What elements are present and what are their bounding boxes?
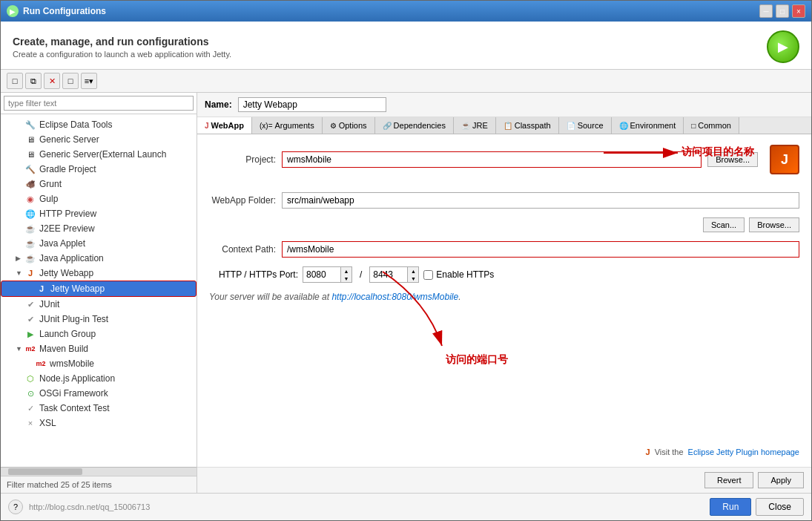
jetty-logo: J — [770, 145, 799, 174]
webapp-browse-button[interactable]: Browse... — [749, 217, 799, 232]
sidebar-item-osgi[interactable]: ⊙ OSGi Framework — [1, 386, 197, 401]
item-icon: ✔ — [24, 298, 36, 310]
tab-options-icon: ⚙ — [330, 122, 337, 130]
webapp-folder-input[interactable] — [282, 192, 799, 209]
item-icon: m2 — [35, 358, 47, 370]
item-label: Launch Group — [39, 329, 96, 339]
https-port-input[interactable] — [370, 267, 407, 282]
scan-button[interactable]: Scan... — [703, 217, 745, 232]
tab-arguments[interactable]: (x)= Arguments — [252, 117, 323, 134]
item-icon: × — [24, 417, 36, 429]
tab-options[interactable]: ⚙ Options — [323, 117, 375, 134]
sidebar-item-eclipse-data-tools[interactable]: 🔧 Eclipse Data Tools — [1, 117, 197, 132]
project-label: Project: — [209, 154, 276, 165]
tab-dependencies[interactable]: 🔗 Dependencies — [375, 117, 454, 134]
item-label: Maven Build — [39, 344, 88, 354]
item-label: Grunt — [39, 179, 62, 189]
context-path-row: Context Path: — [209, 241, 799, 258]
sidebar-item-java-application[interactable]: ▶ ☕ Java Application — [1, 251, 197, 266]
http-port-input[interactable] — [303, 267, 340, 282]
sidebar-item-jetty-webapp-parent[interactable]: ▼ J Jetty Webapp — [1, 266, 197, 281]
header-title: Create, manage, and run configurations — [13, 36, 231, 47]
http-port-up[interactable]: ▲ — [341, 267, 351, 275]
sidebar-item-grunt[interactable]: 🐗 Grunt — [1, 177, 197, 191]
tab-webapp-icon: J — [205, 122, 209, 130]
tab-webapp-label: WebApp — [211, 121, 244, 130]
tab-jre-label: JRE — [472, 121, 488, 130]
tab-environment[interactable]: 🌐 Environment — [612, 117, 684, 134]
filter-input[interactable] — [4, 96, 194, 111]
item-icon: 🔨 — [24, 163, 36, 175]
tab-environment-label: Environment — [630, 121, 676, 130]
more-button[interactable]: ≡▾ — [81, 73, 97, 89]
url-text: http://blog.csdn.net/qq_15006713 — [29, 502, 150, 511]
item-label: Gulp — [39, 194, 58, 204]
tab-classpath-label: Classpath — [515, 121, 551, 130]
server-url-link[interactable]: http://localhost:8080/wmsMobile — [331, 292, 458, 302]
sidebar-item-xsl[interactable]: × XSL — [1, 416, 197, 430]
http-port-wrap: ▲ ▼ — [303, 266, 352, 283]
apply-button[interactable]: Apply — [758, 472, 804, 488]
sidebar-item-java-applet[interactable]: ☕ Java Applet — [1, 236, 197, 251]
help-button[interactable]: ? — [8, 499, 23, 514]
tab-jre-icon: ☕ — [461, 122, 470, 130]
sidebar-item-junit[interactable]: ✔ JUnit — [1, 297, 197, 312]
new-button[interactable]: □ — [7, 73, 23, 89]
tab-common[interactable]: □ Common — [684, 117, 739, 134]
delete-button[interactable]: ✕ — [44, 73, 60, 89]
duplicate-button[interactable]: ⧉ — [25, 73, 42, 89]
https-port-down[interactable]: ▼ — [408, 275, 418, 282]
item-icon: ⬡ — [24, 373, 36, 384]
context-path-input[interactable] — [282, 241, 799, 258]
tab-webapp[interactable]: J WebApp — [197, 117, 252, 134]
revert-button[interactable]: Revert — [704, 472, 753, 488]
close-button[interactable]: Close — [756, 498, 804, 516]
item-icon: 🌐 — [24, 208, 36, 220]
item-label: HTTP Preview — [39, 209, 96, 219]
sidebar-item-junit-plugin[interactable]: ✔ JUnit Plug-in Test — [1, 312, 197, 327]
item-label: Java Applet — [39, 238, 85, 249]
sidebar-item-gradle[interactable]: 🔨 Gradle Project — [1, 162, 197, 177]
enable-https-label[interactable]: Enable HTTPs — [423, 269, 494, 280]
sidebar-item-jetty-webapp[interactable]: J Jetty Webapp — [1, 281, 197, 297]
sidebar-item-generic-server[interactable]: 🖥 Generic Server — [1, 132, 197, 147]
tab-dependencies-label: Dependencies — [394, 121, 446, 130]
context-path-label: Context Path: — [209, 244, 276, 255]
jetty-visit-icon: J — [646, 448, 650, 456]
right-panel: Name: J WebApp (x)= Arguments ⚙ Options — [197, 93, 811, 493]
item-label: Generic Server(External Launch — [39, 149, 166, 160]
sidebar-item-j2ee[interactable]: ☕ J2EE Preview — [1, 221, 197, 236]
horizontal-scrollbar[interactable] — [1, 467, 197, 476]
close-window-button[interactable]: × — [792, 4, 805, 18]
enable-https-checkbox[interactable] — [423, 270, 433, 280]
sidebar-item-launch-group[interactable]: ▶ Launch Group — [1, 327, 197, 341]
sidebar-item-task-context[interactable]: ✓ Task Context Test — [1, 401, 197, 416]
header-subtitle: Create a configuration to launch a web a… — [13, 50, 231, 59]
item-label: JUnit Plug-in Test — [39, 314, 108, 324]
https-port-wrap: ▲ ▼ — [369, 266, 419, 283]
visit-link[interactable]: Eclipse Jetty Plugin homepage — [688, 448, 799, 456]
sidebar-item-gulp[interactable]: ◉ Gulp — [1, 191, 197, 206]
tabs-bar: J WebApp (x)= Arguments ⚙ Options 🔗 Depe… — [197, 117, 811, 134]
sidebar-item-nodejs[interactable]: ⬡ Node.js Application — [1, 371, 197, 386]
sidebar-item-generic-server-ext[interactable]: 🖥 Generic Server(External Launch — [1, 147, 197, 162]
http-port-down[interactable]: ▼ — [341, 275, 351, 282]
tab-jre[interactable]: ☕ JRE — [454, 117, 496, 134]
https-port-up[interactable]: ▲ — [408, 267, 418, 275]
tab-classpath[interactable]: 📋 Classpath — [496, 117, 559, 134]
sidebar-item-wmsmobile[interactable]: m2 wmsMobile — [1, 356, 197, 371]
sidebar-item-http-preview[interactable]: 🌐 HTTP Preview — [1, 206, 197, 221]
enable-https-text: Enable HTTPs — [436, 269, 494, 280]
project-browse-button[interactable]: Browse... — [707, 152, 758, 167]
run-button[interactable]: Run — [710, 498, 751, 516]
project-input[interactable] — [282, 151, 702, 168]
item-label: Task Context Test — [39, 403, 110, 413]
http-port-label: HTTP / HTTPs Port: — [209, 269, 298, 280]
filter-button[interactable]: □ — [62, 73, 79, 89]
item-icon: ☕ — [24, 252, 36, 264]
name-input[interactable] — [238, 97, 386, 112]
minimize-button[interactable]: ─ — [759, 4, 773, 18]
sidebar-item-maven-build[interactable]: ▼ m2 Maven Build — [1, 341, 197, 356]
tab-source[interactable]: 📄 Source — [559, 117, 612, 134]
maximize-button[interactable]: □ — [776, 4, 789, 18]
